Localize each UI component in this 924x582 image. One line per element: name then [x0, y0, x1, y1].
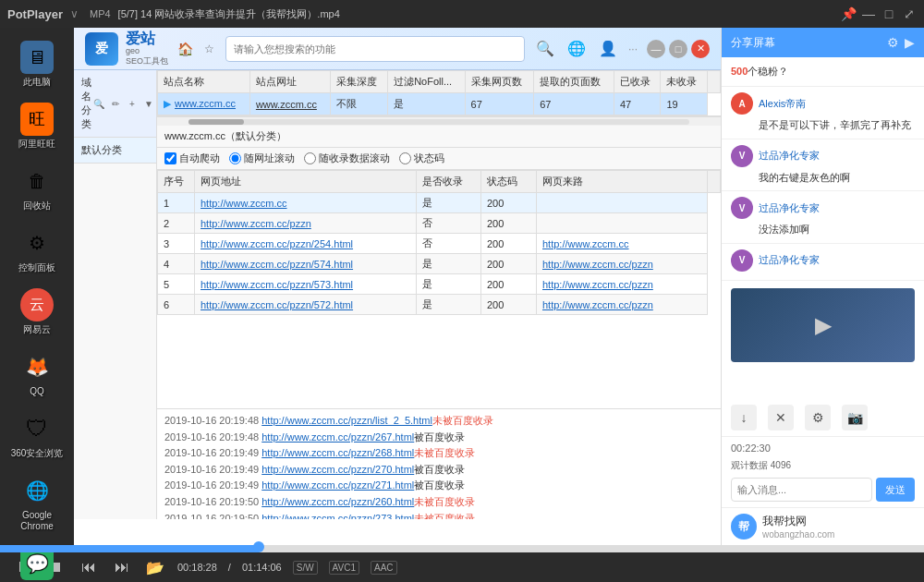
- random-scroll-radio[interactable]: [229, 152, 241, 164]
- rp-chat-input[interactable]: [731, 478, 872, 502]
- cat-search-icon[interactable]: 🔍: [91, 96, 106, 111]
- progress-bar[interactable]: [0, 545, 924, 552]
- rp-close-icon[interactable]: ✕: [768, 405, 794, 430]
- desktop-icon-recycle[interactable]: 🗑 回收站: [6, 161, 68, 215]
- star-icon[interactable]: ☆: [201, 42, 216, 56]
- seo-close-btn[interactable]: ✕: [691, 40, 710, 58]
- col-scroll: [708, 71, 721, 93]
- minimize-icon[interactable]: —: [861, 6, 876, 21]
- page-row[interactable]: 1 http://www.zccm.cc 是 200: [158, 193, 721, 213]
- desktop-icon-360[interactable]: 🛡 360安全浏览: [6, 408, 68, 463]
- page-row[interactable]: 4 http://www.zccm.cc/pzzn/574.html 是 200…: [158, 254, 721, 274]
- page-code: 200: [481, 234, 537, 254]
- rp-download-icon[interactable]: ↓: [731, 405, 757, 430]
- scroll-track[interactable]: [188, 119, 689, 125]
- desktop-icon-foxmail[interactable]: 🦊 QQ: [6, 346, 68, 401]
- page-url[interactable]: http://www.zccm.cc/pzzn/574.html: [195, 254, 417, 274]
- site-name-link[interactable]: www.zccm.cc: [175, 98, 236, 109]
- auto-crawl-checkbox[interactable]: [164, 152, 176, 164]
- seo-logo-subtitle: geoSEO工具包: [126, 46, 168, 67]
- rp-send-button[interactable]: 发送: [876, 478, 915, 502]
- pages-table-container[interactable]: 序号 网页地址 是否收录 状态码 网页来路 1: [157, 170, 721, 408]
- page-url[interactable]: http://www.zccm.cc/pzzn/572.html: [195, 295, 417, 315]
- desktop-icon-control-panel[interactable]: ⚙ 控制面板: [6, 223, 68, 277]
- rp-camera-icon[interactable]: 📷: [842, 405, 868, 430]
- site-url-cell[interactable]: www.zccm.cc: [249, 93, 330, 115]
- page-row[interactable]: 2 http://www.zccm.cc/pzzn 否 200: [158, 213, 721, 234]
- window-controls: 📌 — □ ⤢: [841, 6, 917, 21]
- chat-name-1: Alexis帝南: [759, 97, 806, 111]
- rp-question-text: 个稳粉？: [748, 66, 788, 77]
- settings-icon[interactable]: ···: [628, 42, 638, 55]
- title-bar: PotPlayer ∨ MP4 [5/7] 14 网站收录率查询并提升（我帮找网…: [0, 0, 924, 28]
- quality-badge: S/W: [293, 561, 318, 575]
- pages-table: 序号 网页地址 是否收录 状态码 网页来路 1: [157, 170, 721, 315]
- log-entry: 2019-10-16 20:19:48 http://www.zccm.cc/p…: [164, 430, 713, 446]
- page-num: 1: [158, 193, 195, 213]
- rp-time-display: 00:22:30: [731, 443, 915, 454]
- site-row[interactable]: ▶www.zccm.cc www.zccm.cc 不限 是 67 67 47 1…: [158, 93, 721, 115]
- scroll-thumb[interactable]: [188, 119, 244, 125]
- data-scroll-radio[interactable]: [304, 152, 316, 164]
- search-icon[interactable]: 🔍: [534, 38, 556, 60]
- horizontal-scrollbar[interactable]: [157, 116, 721, 126]
- page-url[interactable]: http://www.zccm.cc: [195, 193, 417, 213]
- cat-more-icon[interactable]: ▼: [141, 96, 156, 111]
- pages-scroll-col: [708, 171, 721, 193]
- inner-app: 爱 爱站 geoSEO工具包 🏠 ☆ 🔍 🌐 👤 ··· —: [74, 28, 721, 545]
- desktop-icon-chrome[interactable]: 🌐 Google Chrome: [6, 470, 68, 536]
- data-scroll-option[interactable]: 随收录数据滚动: [304, 152, 390, 165]
- progress-handle[interactable]: [253, 541, 264, 552]
- rp-settings-action-icon[interactable]: ⚙: [805, 405, 831, 430]
- prev-btn[interactable]: ⏮: [78, 559, 100, 576]
- desktop-icon-wangwang[interactable]: 旺 阿里旺旺: [6, 99, 68, 153]
- next-btn[interactable]: ⏭: [111, 559, 133, 576]
- random-scroll-option[interactable]: 随网址滚动: [229, 152, 295, 165]
- page-row[interactable]: 3 http://www.zccm.cc/pzzn/254.html 否 200…: [158, 234, 721, 254]
- pages-col-num: 序号: [158, 171, 195, 193]
- default-category-item[interactable]: 默认分类: [74, 138, 156, 164]
- page-source: http://www.zccm.cc/pzzn: [537, 274, 708, 295]
- resize-icon[interactable]: ⤢: [902, 6, 917, 21]
- seo-maximize-btn[interactable]: □: [669, 40, 687, 58]
- page-indexed: 是: [417, 193, 481, 213]
- seo-logo-icon: 爱: [85, 32, 118, 66]
- watermark-text-area: 我帮找网 wobangzhao.com: [762, 514, 834, 540]
- title-chevron[interactable]: ∨: [70, 7, 79, 20]
- log-entry: 2019-10-16 20:19:50 http://www.zccm.cc/p…: [164, 494, 713, 511]
- globe-icon[interactable]: 🌐: [565, 38, 588, 60]
- chat-avatar-1: A: [731, 92, 753, 115]
- maximize-icon[interactable]: □: [881, 6, 896, 21]
- page-url[interactable]: http://www.zccm.cc/pzzn: [195, 213, 417, 234]
- status-option[interactable]: 状态码: [399, 152, 444, 165]
- page-indexed: 否: [417, 234, 481, 254]
- time-separator: /: [228, 562, 231, 573]
- open-btn[interactable]: 📂: [144, 559, 166, 576]
- page-url[interactable]: http://www.zccm.cc/pzzn/254.html: [195, 234, 417, 254]
- home-icon[interactable]: 🏠: [177, 42, 192, 56]
- user-icon[interactable]: 👤: [597, 38, 619, 60]
- desktop-icon-netease[interactable]: 云 网易云: [6, 285, 68, 339]
- seo-minimize-btn[interactable]: —: [647, 40, 665, 58]
- rp-controls: 00:22:30 观计数据 4096 发送: [722, 436, 924, 507]
- auto-crawl-option[interactable]: 自动爬动: [164, 152, 220, 165]
- pin-icon[interactable]: 📌: [841, 6, 856, 21]
- desktop-icon-computer[interactable]: 🖥 此电脑: [6, 37, 68, 91]
- chat-name-4: 过品净化专家: [759, 253, 820, 267]
- page-row[interactable]: 5 http://www.zccm.cc/pzzn/573.html 是 200…: [158, 274, 721, 295]
- cat-add-icon[interactable]: +: [125, 96, 140, 111]
- page-row[interactable]: 6 http://www.zccm.cc/pzzn/572.html 是 200…: [158, 295, 721, 315]
- page-num: 2: [158, 213, 195, 234]
- page-url[interactable]: http://www.zccm.cc/pzzn/573.html: [195, 274, 417, 295]
- right-panel-icons: ⚙ ▶: [887, 35, 915, 50]
- status-radio[interactable]: [399, 152, 411, 164]
- seo-search-input[interactable]: [225, 36, 525, 62]
- right-panel-title: 分享屏幕: [731, 35, 880, 51]
- rp-arrow-icon[interactable]: ▶: [905, 35, 915, 50]
- cat-edit-icon[interactable]: ✏: [108, 96, 123, 111]
- log-area[interactable]: 2019-10-16 20:19:48 http://www.zccm.cc/p…: [157, 408, 721, 519]
- category-header: 域名分类 🔍 ✏ + ▼: [74, 70, 156, 138]
- col-site-name: 站点名称: [158, 71, 250, 93]
- rp-settings-icon[interactable]: ⚙: [887, 35, 899, 50]
- watermark-main-text: 我帮找网: [762, 514, 834, 529]
